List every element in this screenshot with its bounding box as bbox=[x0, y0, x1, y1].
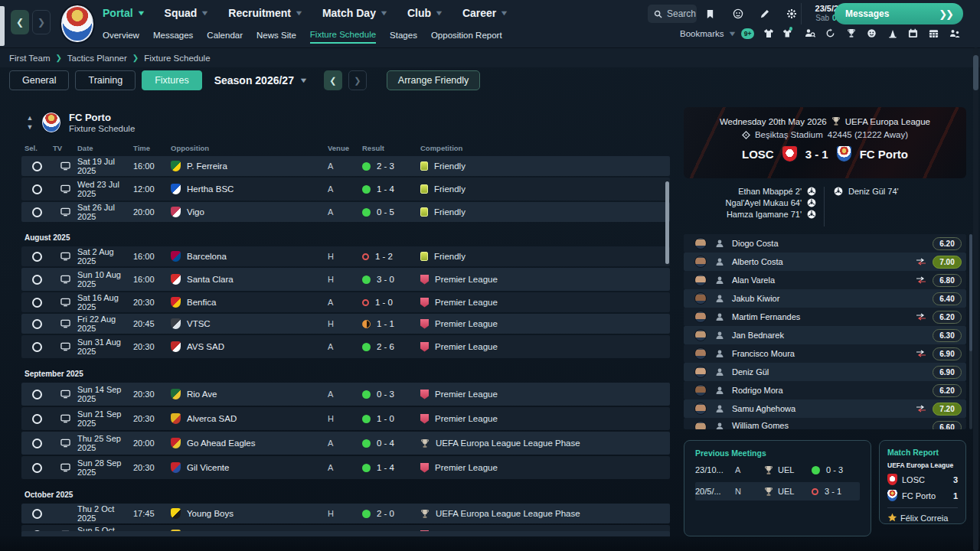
select-fixture-radio[interactable] bbox=[32, 509, 42, 519]
season-selector[interactable]: Season 2026/27 ▼ bbox=[214, 74, 307, 86]
select-fixture-radio[interactable] bbox=[32, 161, 42, 171]
player-name[interactable]: Alan Varela bbox=[732, 276, 916, 285]
player-rating-row[interactable]: Alberto Costa7.00 bbox=[684, 253, 966, 271]
opposition-name[interactable]: Barcelona bbox=[187, 252, 227, 261]
column-header-tv[interactable]: TV bbox=[53, 144, 77, 152]
player-name[interactable]: Martim Fernandes bbox=[732, 312, 916, 321]
fixture-row[interactable]: Fri 22 Aug 202520:45VTSCH1 - 1Premier Le… bbox=[21, 314, 670, 334]
subnav-calendar[interactable]: Calendar bbox=[207, 31, 243, 43]
history-back-button[interactable]: ❮ bbox=[11, 10, 29, 34]
breadcrumb-item[interactable]: Fixture Schedule bbox=[144, 54, 210, 63]
opposition-name[interactable]: Gil Vicente bbox=[187, 463, 229, 472]
shirt-icon[interactable] bbox=[762, 27, 775, 40]
trophy-icon[interactable] bbox=[844, 27, 858, 40]
table-scrollbar[interactable] bbox=[665, 181, 669, 530]
opposition-name[interactable]: Benfica bbox=[187, 298, 216, 307]
player-rating-row[interactable]: Rodrigo Mora6.20 bbox=[684, 381, 966, 399]
nav-menu-career[interactable]: Career▼ bbox=[462, 7, 508, 19]
opposition-name[interactable]: Rio Ave bbox=[187, 390, 217, 399]
refresh-icon[interactable] bbox=[824, 27, 837, 40]
opposition-name[interactable]: AVS SAD bbox=[187, 342, 224, 351]
select-fixture-radio[interactable] bbox=[32, 275, 42, 285]
shirt-alert-icon[interactable] bbox=[782, 27, 795, 40]
player-rating-row[interactable]: Deniz Gül6.90 bbox=[684, 363, 966, 381]
fixture-row[interactable]: Sun 10 Aug 202516:00Santa ClaraH3 - 0Pre… bbox=[21, 268, 670, 291]
nav-menu-match-day[interactable]: Match Day▼ bbox=[322, 7, 387, 19]
fixture-row[interactable]: Wed 23 Jul 202512:00Hertha BSCA1 - 4Frie… bbox=[21, 178, 670, 201]
fixture-row[interactable]: Thu 2 Oct 202517:45Young BoysH2 - 0UEFA … bbox=[21, 504, 670, 523]
column-header-result[interactable]: Result bbox=[362, 144, 420, 152]
breadcrumb-item[interactable]: Tactics Planner bbox=[67, 54, 127, 63]
calendar-icon[interactable] bbox=[906, 27, 920, 40]
gear-icon[interactable] bbox=[786, 8, 798, 19]
subnav-fixture-schedule[interactable]: Fixture Schedule bbox=[310, 30, 376, 44]
continue-messages-button[interactable]: Messages ❯❯ bbox=[835, 3, 963, 24]
player-name[interactable]: Francisco Moura bbox=[732, 349, 916, 358]
player-name[interactable]: Rodrigo Mora bbox=[732, 386, 933, 395]
player-rating-row[interactable]: Jan Bednarek6.30 bbox=[684, 326, 966, 344]
tab-general[interactable]: General bbox=[9, 70, 69, 90]
column-header-venue[interactable]: Venue bbox=[328, 144, 362, 152]
training-cone-icon[interactable] bbox=[886, 27, 899, 40]
opposition-name[interactable]: VTSC bbox=[187, 319, 211, 328]
opposition-name[interactable]: P. Ferreira bbox=[187, 161, 227, 171]
scout-icon[interactable] bbox=[803, 27, 816, 40]
tab-training[interactable]: Training bbox=[75, 70, 136, 90]
nav-menu-squad[interactable]: Squad▼ bbox=[165, 7, 209, 19]
player-name[interactable]: Jan Bednarek bbox=[732, 331, 933, 340]
subnav-opposition-report[interactable]: Opposition Report bbox=[431, 31, 502, 43]
fixture-row[interactable]: Sun 31 Aug 202520:30AVS SADA2 - 6Premier… bbox=[21, 335, 670, 358]
page-scrollbar[interactable] bbox=[973, 47, 978, 551]
select-fixture-radio[interactable] bbox=[32, 319, 42, 329]
column-header-date[interactable]: Date bbox=[77, 144, 133, 152]
subnav-stages[interactable]: Stages bbox=[390, 31, 417, 43]
fixture-row[interactable]: Thu 25 Sep 202520:00Go Ahead EaglesA0 - … bbox=[21, 432, 670, 455]
calendar-grid-icon[interactable] bbox=[927, 27, 940, 40]
column-header-sel[interactable]: Sel. bbox=[21, 144, 53, 152]
select-fixture-radio[interactable] bbox=[32, 342, 42, 352]
select-fixture-radio[interactable] bbox=[32, 207, 42, 217]
profile-icon[interactable] bbox=[733, 8, 744, 19]
previous-meeting-row[interactable]: 20/5/...NUEL3 - 1 bbox=[695, 482, 860, 500]
player-name[interactable]: Samu Aghehowa bbox=[732, 404, 916, 413]
opposition-name[interactable]: Hertha BSC bbox=[187, 184, 234, 194]
ratings-scrollbar[interactable] bbox=[969, 234, 972, 429]
select-fixture-radio[interactable] bbox=[32, 252, 42, 262]
column-header-opposition[interactable]: Opposition bbox=[171, 144, 328, 152]
pencil-icon[interactable] bbox=[760, 9, 771, 19]
column-header-competition[interactable]: Competition bbox=[420, 144, 670, 152]
player-name[interactable]: Alberto Costa bbox=[732, 257, 916, 266]
player-name[interactable]: Diogo Costa bbox=[732, 239, 933, 248]
fixture-row[interactable]: Sun 28 Sep 202520:30Gil VicenteA1 - 4Pre… bbox=[21, 456, 670, 479]
nav-menu-recruitment[interactable]: Recruitment▼ bbox=[228, 7, 302, 19]
match-report-panel[interactable]: Match Report UEFA Europa League LOSC3FC … bbox=[879, 440, 966, 524]
select-fixture-radio[interactable] bbox=[32, 184, 42, 194]
player-name[interactable]: Deniz Gül bbox=[732, 367, 933, 377]
player-rating-row[interactable]: Alan Varela6.80 bbox=[684, 271, 966, 289]
column-header-time[interactable]: Time bbox=[133, 144, 171, 152]
season-prev-button[interactable]: ❮ bbox=[324, 70, 342, 90]
match-header-card[interactable]: Wednesday 20th May 2026 UEFA Europa Leag… bbox=[684, 107, 966, 178]
chat-badge-icon[interactable]: 9+ bbox=[741, 27, 754, 40]
fixture-row[interactable]: Sat 16 Aug 202520:30BenficaA1 - 0Premier… bbox=[21, 292, 670, 312]
player-rating-row[interactable]: Francisco Moura6.90 bbox=[684, 344, 966, 363]
bookmarks-dropdown[interactable]: Bookmarks ▼ bbox=[680, 29, 735, 38]
player-rating-row[interactable]: Diogo Costa6.20 bbox=[684, 234, 966, 253]
nav-menu-portal[interactable]: Portal▼ bbox=[103, 7, 145, 19]
team-up-icon[interactable]: ▲ bbox=[27, 114, 34, 122]
bookmark-icon[interactable] bbox=[706, 9, 717, 19]
tab-fixtures[interactable]: Fixtures bbox=[142, 70, 201, 90]
player-rating-row[interactable]: Samu Aghehowa7.20 bbox=[684, 399, 966, 418]
history-forward-button[interactable]: ❯ bbox=[32, 10, 51, 34]
fixture-row[interactable]: Sat 26 Jul 202520:00VigoA0 - 5Friendly bbox=[21, 202, 670, 222]
search-input[interactable]: Search bbox=[648, 5, 697, 23]
subnav-messages[interactable]: Messages bbox=[153, 31, 193, 43]
player-name[interactable]: William Gomes bbox=[732, 421, 933, 429]
previous-meeting-row[interactable]: 23/10...AUEL0 - 3 bbox=[695, 461, 860, 479]
arrange-friendly-button[interactable]: Arrange Friendly bbox=[387, 70, 480, 90]
player-rating-row[interactable]: William Gomes6.60 bbox=[684, 418, 966, 429]
opposition-name[interactable]: Alverca SAD bbox=[187, 414, 237, 423]
opposition-name[interactable]: Go Ahead Eagles bbox=[187, 439, 256, 448]
season-next-button[interactable]: ❯ bbox=[348, 70, 367, 90]
player-rating-row[interactable]: Martim Fernandes6.20 bbox=[684, 308, 966, 326]
